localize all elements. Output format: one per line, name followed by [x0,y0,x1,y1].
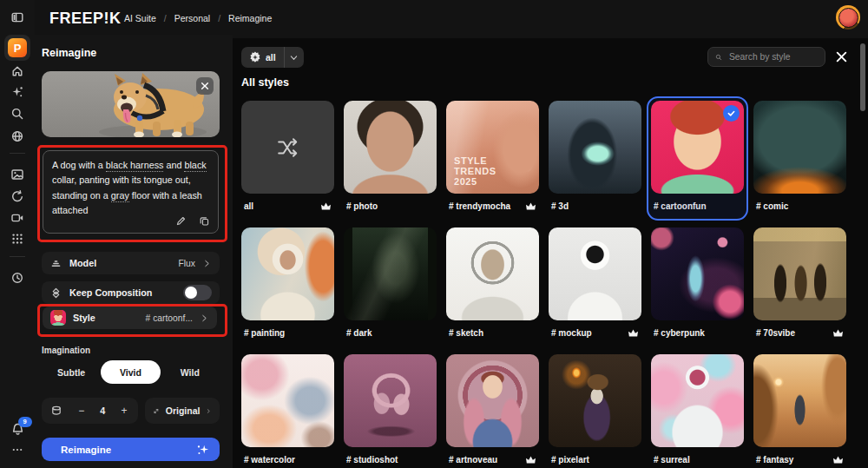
freepik-app-icon[interactable]: P [0,35,35,61]
style-card-pixelart[interactable]: # pixelart [549,354,641,468]
style-card-all[interactable]: all [241,101,334,216]
scrollbar-thumb[interactable] [860,43,865,111]
style-filter-chip[interactable]: all [241,47,304,68]
remove-image-icon[interactable] [196,77,214,95]
reimagine-submit-button[interactable]: Reimagine [42,438,220,461]
reimagine-tool-icon[interactable] [0,186,35,207]
style-card-70svibe[interactable]: # 70svibe [753,227,846,343]
style-browser: all All styles all [233,38,868,468]
freepik-logo[interactable]: FREEP!K [49,10,122,28]
globe-icon[interactable] [0,126,35,147]
style-card-cartoonfun[interactable]: # cartoonfun [651,101,744,216]
size-selector[interactable]: Original [145,398,220,424]
video-generator-icon[interactable] [0,208,35,228]
styles-heading: All styles [241,76,289,89]
style-row[interactable]: Style # cartoonf... [43,307,217,329]
style-card-surreal[interactable]: # surreal [651,354,744,468]
breadcrumb-item[interactable]: Reimagine [228,13,272,23]
uploaded-image-preview[interactable] [42,71,220,137]
image-generator-icon[interactable] [0,164,35,185]
style-card-label: # sketch [449,328,483,338]
ai-sparkles-icon[interactable] [0,82,35,102]
style-card-label: # studioshot [346,455,398,465]
rail-divider [10,256,25,257]
imagination-option-wild[interactable]: Wild [161,360,220,384]
breadcrumb-separator: / [164,13,167,23]
breadcrumb-item[interactable]: Personal [174,13,210,23]
thumbnail-overlay-text: STYLE TRENDS 2025 [454,155,496,187]
style-card-thumbnail [241,227,334,320]
chip-chevron-down-icon[interactable] [285,53,304,63]
style-card-thumbnail [549,101,641,194]
style-card-painting[interactable]: # painting [241,227,334,343]
style-card-thumbnail [241,354,334,447]
style-card-photo[interactable]: # photo [344,101,437,216]
style-card-artnoveau[interactable]: # artnoveau [446,354,539,468]
rail-divider [10,153,25,154]
style-card-sketch[interactable]: # sketch [446,227,539,343]
breadcrumb-item[interactable]: AI Suite [124,13,156,23]
more-options-icon[interactable] [0,439,35,460]
selected-check-icon [723,105,740,122]
shuffle-icon [241,101,334,194]
style-card-label: # surreal [654,455,690,465]
apps-grid-icon[interactable] [0,228,35,249]
chevron-right-icon [206,406,212,416]
style-card-thumbnail [549,354,641,447]
premium-crown-icon [832,455,844,465]
collapse-panel-icon[interactable] [0,7,35,28]
style-search[interactable] [707,47,825,67]
style-card-label: # 3d [551,201,569,211]
style-card-thumbnail [549,227,641,320]
search-icon[interactable] [0,103,35,124]
close-browser-icon[interactable] [835,50,848,63]
style-card-trendymocha[interactable]: STYLE TRENDS 2025 # trendymocha [446,101,539,216]
model-row[interactable]: Model Flux [42,252,220,274]
keep-composition-toggle[interactable] [183,285,212,300]
search-input[interactable] [727,51,818,63]
home-icon[interactable] [0,61,35,82]
style-card-label: # 70svibe [756,328,795,338]
keep-composition-row[interactable]: Keep Composition [42,281,220,304]
prompt-highlighted-term: black [184,160,206,172]
copy-prompt-icon[interactable] [199,215,210,227]
premium-crown-icon [628,328,639,338]
prompt-highlighted-term: gray [111,190,129,202]
history-icon[interactable] [0,267,35,288]
style-card-comic[interactable]: # comic [753,101,846,216]
style-card-label: # cyberpunk [654,328,705,338]
prompt-input[interactable]: A dog with a black harness and black col… [43,150,219,234]
style-card-thumbnail: STYLE TRENDS 2025 [446,101,539,194]
style-card-label: # fantasy [756,455,793,465]
style-card-label: # photo [346,201,378,211]
style-card-studioshot[interactable]: # studioshot [344,354,437,468]
edit-prompt-icon[interactable] [175,215,187,227]
style-card-label: # mockup [551,328,592,338]
imagination-option-subtle[interactable]: Subtle [42,360,101,384]
style-card-cyberpunk[interactable]: # cyberpunk [651,227,744,343]
user-avatar[interactable] [836,5,860,30]
prompt-text: A dog with a black harness and black col… [52,158,209,219]
style-card-label: # painting [244,328,285,338]
imagination-option-vivid[interactable]: Vivid [101,360,160,384]
icon-rail: P [0,0,35,468]
chevron-right-icon [200,313,209,323]
resize-icon [153,405,160,417]
style-card-dark[interactable]: # dark [344,227,437,343]
style-card-label: # dark [346,328,372,338]
styles-grid: all # photo STYLE TRENDS 2025 # trendymo… [241,101,846,468]
search-icon [715,52,722,63]
decrease-count-button[interactable]: − [76,405,87,417]
image-count-stepper[interactable]: − 4 + [42,398,138,424]
count-value: 4 [100,405,105,416]
stack-icon [50,405,62,417]
style-card-watercolor[interactable]: # watercolor [241,354,334,468]
style-card-thumbnail [241,101,334,194]
increase-count-button[interactable]: + [119,405,129,417]
notifications-bell-icon[interactable]: 9 [0,419,35,439]
style-card-mockup[interactable]: # mockup [549,227,641,343]
dog-photo [42,71,220,137]
style-card-fantasy[interactable]: # fantasy [753,354,846,468]
style-card-label: # cartoonfun [654,201,707,211]
style-card-3d[interactable]: # 3d [549,101,641,216]
